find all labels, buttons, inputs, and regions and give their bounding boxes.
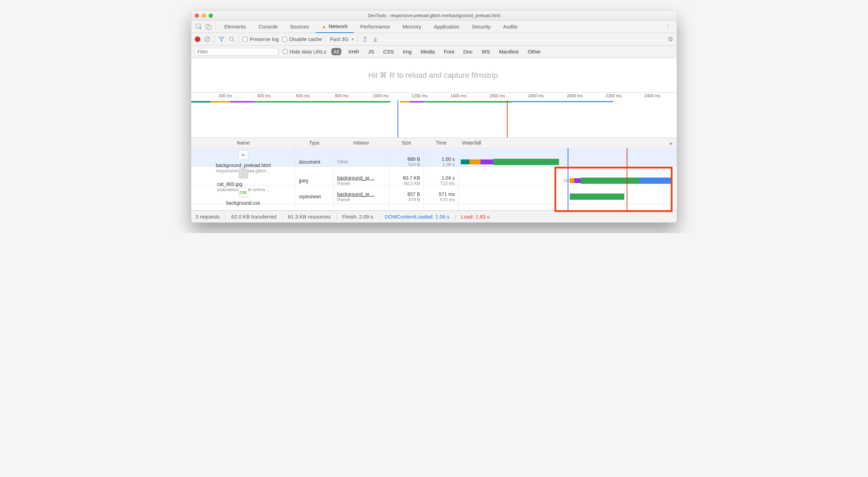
table-row[interactable]: CSS background.css stylesheet background… (191, 186, 677, 204)
table-row-empty (191, 204, 677, 211)
tick-label: 600 ms (296, 93, 310, 98)
svg-rect-2 (208, 25, 211, 30)
filter-type-doc[interactable]: Doc (461, 48, 475, 55)
status-domcontentloaded: DOMContentLoaded: 1.06 s (385, 214, 450, 220)
tick-label: 1600 ms (489, 93, 505, 98)
tick-label: 2000 ms (567, 93, 583, 98)
filter-type-font[interactable]: Font (442, 48, 456, 55)
svg-line-6 (233, 40, 234, 42)
load-marker (507, 100, 508, 138)
table-row[interactable]: <> background_preload.html responsive-pr… (191, 148, 677, 167)
status-resources: 61.3 KB resources (288, 214, 331, 220)
titlebar: DevTools - responsive-preload.glitch.me/… (191, 11, 677, 20)
filter-bar: Hide data URLs All XHR JS CSS Img Media … (191, 46, 677, 58)
status-bar: 3 requests 62.0 KB transferred 61.3 KB r… (191, 211, 677, 222)
more-options-icon[interactable]: ⋮ (662, 23, 674, 31)
filmstrip-hint: Hit ⌘ R to reload and capture filmstrip. (191, 58, 677, 93)
filter-toggle-icon[interactable] (218, 36, 225, 43)
tab-audits[interactable]: Audits (497, 20, 524, 33)
upload-har-icon[interactable] (361, 36, 368, 43)
document-icon: <> (239, 150, 248, 160)
filter-type-all[interactable]: All (331, 48, 341, 55)
inspect-element-icon[interactable] (194, 22, 204, 32)
preserve-log-checkbox[interactable]: Preserve log (243, 36, 279, 42)
requests-table: Name Type Initiator Size Time Waterfall … (191, 138, 677, 211)
filter-input[interactable] (195, 48, 278, 56)
status-finish: Finish: 2.09 s (342, 214, 373, 220)
filter-type-ws[interactable]: WS (479, 48, 492, 55)
sort-indicator-icon: ▲ (668, 140, 673, 146)
hide-data-urls-checkbox[interactable]: Hide data URLs (283, 49, 326, 55)
search-icon[interactable] (228, 36, 235, 43)
col-size[interactable]: Size (389, 138, 424, 148)
window-title: DevTools - responsive-preload.glitch.me/… (191, 13, 677, 18)
timeline-overview[interactable]: 200 ms 400 ms 600 ms 800 ms 1000 ms 1200… (191, 93, 677, 138)
request-initiator[interactable]: background_pr… (337, 175, 385, 181)
svg-line-4 (206, 38, 209, 41)
tab-sources[interactable]: Sources (284, 20, 316, 33)
throttling-dropdown[interactable]: Fast 3G ▾ (325, 36, 354, 42)
tab-performance[interactable]: Performance (354, 20, 396, 33)
tick-label: 1000 ms (373, 93, 389, 98)
col-waterfall[interactable]: Waterfall ▲ (459, 138, 677, 148)
tab-console[interactable]: Console (252, 20, 284, 33)
device-toolbar-icon[interactable] (204, 22, 214, 32)
tick-label: 200 ms (218, 93, 232, 98)
col-initiator[interactable]: Initiator (334, 138, 389, 148)
panel-tabbar: Elements Console Sources ▲ Network Perfo… (191, 20, 677, 33)
tab-application[interactable]: Application (428, 20, 466, 33)
status-load: Load: 1.63 s (461, 214, 490, 220)
clear-icon[interactable] (204, 36, 211, 43)
filter-type-other[interactable]: Other (526, 48, 543, 55)
filter-type-css[interactable]: CSS (381, 48, 396, 55)
tick-label: 800 ms (335, 93, 349, 98)
network-toolbar: Preserve log Disable cache Fast 3G ▾ ⚙ (191, 33, 677, 46)
tick-label: 400 ms (257, 93, 271, 98)
filter-type-js[interactable]: JS (366, 48, 376, 55)
tick-label: 1800 ms (528, 93, 544, 98)
svg-point-5 (230, 37, 233, 40)
tab-security[interactable]: Security (466, 20, 497, 33)
tick-label: 1200 ms (411, 93, 427, 98)
tick-label: 2400 ms (644, 93, 660, 98)
warning-icon: ▲ (322, 24, 327, 29)
disable-cache-checkbox[interactable]: Disable cache (282, 36, 322, 42)
tab-memory[interactable]: Memory (396, 20, 427, 33)
request-initiator[interactable]: background_pr… (337, 191, 385, 197)
download-har-icon[interactable] (372, 36, 379, 43)
status-transferred: 62.0 KB transferred (231, 214, 276, 220)
filter-type-xhr[interactable]: XHR (346, 48, 361, 55)
table-row[interactable]: cat_800.jpg yoavweiss.github.io/ima… jpe… (191, 167, 677, 186)
col-type[interactable]: Type (295, 138, 334, 148)
image-icon (239, 169, 248, 179)
tab-elements[interactable]: Elements (218, 20, 252, 33)
filter-type-manifest[interactable]: Manifest (497, 48, 521, 55)
record-button[interactable] (195, 36, 200, 42)
filter-type-media[interactable]: Media (419, 48, 437, 55)
dcl-marker (398, 100, 398, 138)
request-initiator: Other (337, 159, 385, 164)
filter-type-img[interactable]: Img (401, 48, 414, 55)
tick-label: 1400 ms (450, 93, 466, 98)
css-icon: CSS (239, 188, 248, 197)
devtools-window: DevTools - responsive-preload.glitch.me/… (191, 10, 677, 223)
status-requests: 3 requests (195, 214, 220, 220)
settings-gear-icon[interactable]: ⚙ (668, 35, 673, 43)
col-time[interactable]: Time (424, 138, 459, 148)
chevron-down-icon: ▾ (351, 36, 354, 42)
tab-network[interactable]: ▲ Network (316, 20, 354, 33)
col-name[interactable]: Name (191, 138, 295, 148)
tick-label: 2200 ms (606, 93, 621, 98)
table-header: Name Type Initiator Size Time Waterfall … (191, 138, 677, 148)
